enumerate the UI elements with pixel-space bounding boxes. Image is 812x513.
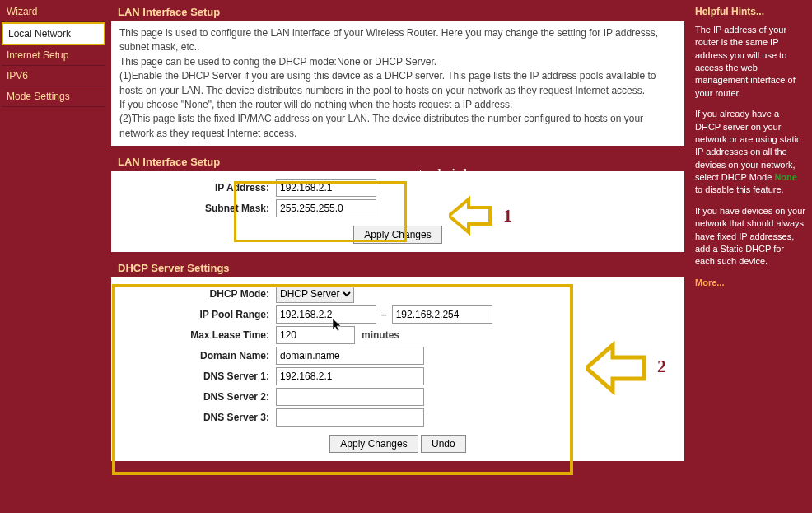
hint-paragraph: If you already have a DHCP server on you… [695, 108, 805, 197]
sidebar-item-wizard[interactable]: Wizard [2, 2, 105, 22]
range-separator: – [381, 309, 387, 320]
sidebar-item-internet-setup[interactable]: Internet Setup [2, 45, 105, 66]
lan-setup-panel: LAN Interface Setup IP Address: Subnet M… [110, 152, 685, 253]
lease-unit: minutes [362, 329, 399, 341]
hint-paragraph: The IP address of your router is the sam… [695, 24, 805, 100]
domain-name-label: Domain Name: [119, 350, 276, 361]
dhcp-mode-label: DHCP Mode: [119, 288, 276, 300]
dns1-input[interactable] [276, 367, 424, 385]
subnet-mask-label: Subnet Mask: [119, 203, 276, 214]
max-lease-time-input[interactable] [276, 326, 355, 344]
intro-line: This page is used to configure the LAN i… [119, 26, 676, 55]
more-link[interactable]: More... [695, 277, 724, 287]
ip-address-input[interactable] [276, 179, 376, 197]
intro-line: This page can be used to config the DHCP… [119, 55, 676, 69]
domain-name-input[interactable] [276, 347, 424, 365]
undo-button[interactable]: Undo [421, 435, 466, 453]
dhcp-settings-panel: DHCP Server Settings DHCP Mode: DHCP Ser… [110, 258, 685, 462]
intro-panel: LAN Interface Setup This page is used to… [110, 2, 685, 147]
dhcp-panel-title: DHCP Server Settings [111, 259, 684, 277]
intro-line: (2)This page lists the fixed IP/MAC addr… [119, 112, 676, 141]
apply-changes-button-lan[interactable]: Apply Changes [353, 226, 441, 244]
left-nav: Wizard Local Network Internet Setup IPV6… [0, 0, 107, 513]
ip-pool-range-label: IP Pool Range: [119, 309, 276, 320]
max-lease-time-label: Max Lease Time: [119, 329, 276, 341]
hint-paragraph: If you have devices on your network that… [695, 205, 805, 268]
sidebar-item-ipv6[interactable]: IPV6 [2, 66, 105, 86]
dns3-label: DNS Server 3: [119, 412, 276, 423]
hints-title: Helpful Hints... [695, 5, 805, 19]
dns2-label: DNS Server 2: [119, 391, 276, 403]
ip-address-label: IP Address: [119, 182, 276, 194]
ip-pool-end-input[interactable] [392, 305, 492, 324]
apply-changes-button-dhcp[interactable]: Apply Changes [329, 435, 418, 453]
intro-panel-title: LAN Interface Setup [111, 2, 684, 21]
main-content: LAN Interface Setup This page is used to… [107, 0, 688, 513]
subnet-mask-input[interactable] [276, 199, 376, 217]
dns2-input[interactable] [276, 388, 424, 406]
dhcp-mode-select[interactable]: DHCP Server [276, 285, 354, 303]
intro-line: (1)Enable the DHCP Server if you are usi… [119, 69, 676, 98]
lan-panel-title: LAN Interface Setup [111, 152, 684, 171]
dns1-label: DNS Server 1: [119, 371, 276, 382]
ip-pool-start-input[interactable] [276, 305, 376, 324]
helpful-hints-panel: Helpful Hints... The IP address of your … [688, 0, 812, 513]
hint-none-keyword: None [774, 172, 797, 182]
intro-line: If you choose "None", then the router wi… [119, 98, 676, 112]
sidebar-item-mode-settings[interactable]: Mode Settings [2, 86, 105, 107]
sidebar-item-local-network[interactable]: Local Network [2, 22, 105, 45]
dns3-input[interactable] [276, 408, 424, 427]
